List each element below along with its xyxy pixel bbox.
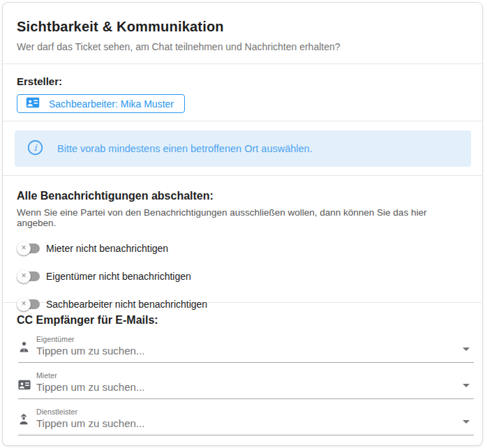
svg-text:i: i [34,142,38,153]
cc-field-mieter[interactable]: Mieter Tippen um zu suchen... [18,370,474,399]
cc-field-label: Eigentümer [36,335,453,343]
cc-field-eigentuemer[interactable]: Eigentümer Tippen um zu suchen... [18,334,474,363]
page-title: Sichtbarkeit & Kommunikation [17,19,468,35]
chevron-down-icon[interactable] [463,384,470,387]
cc-field-placeholder: Tippen um zu suchen... [36,345,453,357]
creator-label: Ersteller: [17,75,468,87]
notifications-title: Alle Benachrichtigungen abschalten: [17,190,468,202]
id-card-icon [18,380,31,393]
toggle-off-x-icon: × [17,297,31,311]
creator-section: Ersteller: Sachbearbeiter: Mika Muster [3,64,482,121]
cc-title: CC Empfänger für E-Mails: [17,314,468,327]
cc-recipients-section: CC Empfänger für E-Mails: Eigentümer Tip… [3,302,482,446]
cc-field-label: Mieter [36,371,453,380]
creator-chip-label: Sachbearbeiter: Mika Muster [49,98,174,110]
cc-field-placeholder: Tippen um zu suchen... [36,381,453,393]
cc-field-placeholder: Tippen um zu suchen... [36,417,453,429]
toggle-off-x-icon: × [17,269,31,283]
visibility-communication-card: Sichtbarkeit & Kommunikation Wer darf da… [2,2,483,446]
toggle-row-eigentuemer: × Eigentümer nicht benachrichtigen [17,269,468,284]
info-banner-section: i Bitte vorab mindestens einen betroffen… [3,121,482,175]
info-banner-text: Bitte vorab mindestens einen betroffenen… [57,143,313,154]
toggle-off-x-icon: × [17,241,31,255]
toggle-mieter[interactable]: × [17,241,40,255]
page-subtitle: Wer darf das Ticket sehen, am Chat teiln… [17,41,468,52]
worker-icon [18,413,29,429]
person-icon [18,341,30,357]
info-icon: i [27,140,43,158]
toggle-row-mieter: × Mieter nicht benachrichtigen [17,241,468,256]
cc-field-label: Dienstleister [36,408,453,416]
chevron-down-icon[interactable] [463,420,470,424]
chevron-down-icon[interactable] [463,348,470,351]
toggle-sachbearbeiter[interactable]: × [17,297,40,311]
toggle-label: Mieter nicht benachrichtigen [46,243,168,254]
id-card-icon [26,97,40,110]
cc-field-dienstleister[interactable]: Dienstleister Tippen um zu suchen... [18,406,474,435]
notifications-subtitle: Wenn Sie eine Partei von den Benachricht… [17,207,468,228]
header-section: Sichtbarkeit & Kommunikation Wer darf da… [3,3,482,64]
info-banner: i Bitte vorab mindestens einen betroffen… [15,130,471,167]
toggle-eigentuemer[interactable]: × [17,269,40,283]
toggle-label: Eigentümer nicht benachrichtigen [46,271,191,282]
notifications-section: Alle Benachrichtigungen abschalten: Wenn… [3,175,482,302]
toggle-label: Sachbearbeiter nicht benachrichtigen [46,299,207,310]
creator-chip-button[interactable]: Sachbearbeiter: Mika Muster [17,94,185,113]
